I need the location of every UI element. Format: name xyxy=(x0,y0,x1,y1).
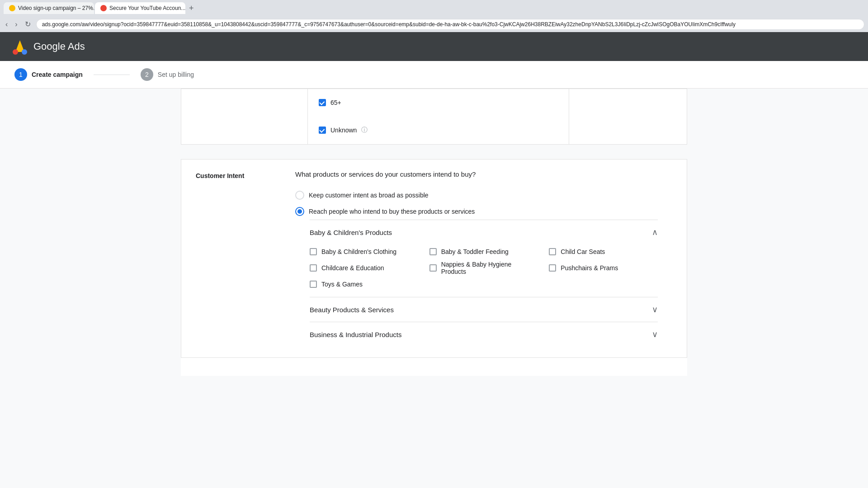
svg-point-2 xyxy=(13,49,18,55)
radio-reach-label: Reach people who intend to buy these pro… xyxy=(309,208,475,215)
logo-icon xyxy=(11,38,29,56)
step-2-circle: 2 xyxy=(141,68,153,81)
checkbox-childcare-label: Childcare & Education xyxy=(321,264,384,272)
svg-point-3 xyxy=(22,49,27,55)
checkbox-unknown-row: Unknown ⓘ xyxy=(319,123,558,137)
category-baby-header[interactable]: Baby & Children's Products ∧ xyxy=(310,220,658,244)
customer-intent-question: What products or services do your custom… xyxy=(295,170,672,178)
age-col-empty-2 xyxy=(569,89,687,116)
age-col-unknown: Unknown ⓘ xyxy=(308,116,569,144)
checkbox-nappies-label: Nappies & Baby Hygiene Products xyxy=(441,261,538,275)
url-bar[interactable]: ads.google.com/aw/video/signup?ocid=3598… xyxy=(36,19,864,30)
category-item-nappies[interactable]: Nappies & Baby Hygiene Products xyxy=(429,261,538,275)
nav-forward-button[interactable]: › xyxy=(13,19,19,30)
checkbox-65[interactable] xyxy=(319,99,326,106)
category-item-car-seats[interactable]: Child Car Seats xyxy=(549,248,658,255)
checkbox-nappies[interactable] xyxy=(429,264,437,272)
step-1[interactable]: 1 Create campaign xyxy=(14,68,83,81)
checkbox-clothing-label: Baby & Children's Clothing xyxy=(321,248,396,255)
category-baby-title: Baby & Children's Products xyxy=(310,229,392,236)
checkbox-65-label: 65+ xyxy=(330,99,341,106)
new-tab-button[interactable]: + xyxy=(186,3,197,14)
checkbox-pushchairs[interactable] xyxy=(549,264,556,272)
address-bar: ‹ › ↻ ads.google.com/aw/video/signup?oci… xyxy=(0,16,868,32)
radio-option-broad[interactable]: Keep customer intent as broad as possibl… xyxy=(295,187,672,203)
age-col-empty-3 xyxy=(181,116,308,144)
category-baby-items: Baby & Children's Clothing Baby & Toddle… xyxy=(310,244,658,297)
content-area: 65+ Unknown ⓘ Cust xyxy=(181,89,687,376)
category-item-childcare[interactable]: Childcare & Education xyxy=(310,261,419,275)
nav-refresh-button[interactable]: ↻ xyxy=(23,18,33,30)
step-2[interactable]: 2 Set up billing xyxy=(141,68,194,81)
customer-intent-content: What products or services do your custom… xyxy=(295,170,672,347)
tab-2-label: Secure Your YouTube Accoun... xyxy=(109,5,185,11)
radio-broad-outer[interactable] xyxy=(295,191,304,200)
category-beauty-header[interactable]: Beauty Products & Services ∨ xyxy=(310,297,658,322)
checkbox-feeding-label: Baby & Toddler Feeding xyxy=(441,248,509,255)
customer-intent-label: Customer Intent xyxy=(196,170,295,179)
customer-intent-row: Customer Intent What products or service… xyxy=(181,160,687,357)
checkbox-feeding[interactable] xyxy=(429,248,437,255)
checkbox-unknown[interactable] xyxy=(319,127,326,134)
spacer-1 xyxy=(181,145,687,159)
checkbox-car-seats-label: Child Car Seats xyxy=(561,248,605,255)
radio-option-reach[interactable]: Reach people who intend to buy these pro… xyxy=(295,203,672,220)
age-row-65: 65+ xyxy=(181,89,687,116)
age-row-unknown: Unknown ⓘ xyxy=(181,116,687,144)
category-baby-chevron-up-icon: ∧ xyxy=(652,227,658,237)
age-section-partial: 65+ Unknown ⓘ xyxy=(181,89,687,145)
radio-reach-inner xyxy=(297,209,302,214)
category-business-header[interactable]: Business & Industrial Products ∨ xyxy=(310,322,658,347)
category-business: Business & Industrial Products ∨ xyxy=(310,322,658,347)
logo-text: Google Ads xyxy=(33,41,85,52)
checkbox-65-row: 65+ xyxy=(319,96,558,109)
category-business-title: Business & Industrial Products xyxy=(310,331,401,338)
age-col-65: 65+ xyxy=(308,89,569,116)
checkbox-toys-label: Toys & Games xyxy=(321,281,363,288)
step-connector xyxy=(94,75,130,75)
tab-bar: Video sign-up campaign – 27%... ✕ Secure… xyxy=(4,2,197,14)
radio-reach-outer[interactable] xyxy=(295,207,304,216)
main-content: 65+ Unknown ⓘ Cust xyxy=(0,89,868,488)
tab-1[interactable]: Video sign-up campaign – 27%... ✕ xyxy=(4,2,94,14)
tab-1-label: Video sign-up campaign – 27%... xyxy=(18,5,94,11)
google-ads-logo: Google Ads xyxy=(11,38,85,56)
stepper: 1 Create campaign 2 Set up billing xyxy=(0,61,868,89)
category-beauty: Beauty Products & Services ∨ xyxy=(310,297,658,322)
unknown-help-icon[interactable]: ⓘ xyxy=(361,126,368,134)
checkbox-pushchairs-label: Pushchairs & Prams xyxy=(561,264,618,272)
browser-chrome: Video sign-up campaign – 27%... ✕ Secure… xyxy=(0,0,868,16)
step-2-label: Set up billing xyxy=(158,71,194,78)
checkbox-childcare[interactable] xyxy=(310,264,317,272)
age-col-empty-4 xyxy=(569,116,687,144)
checkbox-car-seats[interactable] xyxy=(549,248,556,255)
customer-intent-section: Customer Intent What products or service… xyxy=(181,159,687,358)
radio-broad-label: Keep customer intent as broad as possibl… xyxy=(309,192,429,199)
category-item-feeding[interactable]: Baby & Toddler Feeding xyxy=(429,248,538,255)
checkbox-toys[interactable] xyxy=(310,281,317,288)
category-item-toys[interactable]: Toys & Games xyxy=(310,281,419,288)
bottom-spacer xyxy=(181,358,687,376)
step-1-circle: 1 xyxy=(14,68,27,81)
category-business-chevron-down-icon: ∨ xyxy=(652,329,658,339)
category-baby: Baby & Children's Products ∧ Baby & Chil… xyxy=(310,220,658,297)
category-beauty-chevron-down-icon: ∨ xyxy=(652,305,658,314)
tab-2[interactable]: Secure Your YouTube Accoun... ✕ xyxy=(95,2,185,14)
checkbox-clothing[interactable] xyxy=(310,248,317,255)
app-header: Google Ads xyxy=(0,32,868,61)
age-col-empty-1 xyxy=(181,89,308,116)
category-item-pushchairs[interactable]: Pushchairs & Prams xyxy=(549,261,658,275)
category-beauty-title: Beauty Products & Services xyxy=(310,306,394,314)
step-1-label: Create campaign xyxy=(32,71,83,78)
checkbox-unknown-label: Unknown xyxy=(330,127,357,134)
category-item-clothing[interactable]: Baby & Children's Clothing xyxy=(310,248,419,255)
nav-back-button[interactable]: ‹ xyxy=(4,19,9,30)
